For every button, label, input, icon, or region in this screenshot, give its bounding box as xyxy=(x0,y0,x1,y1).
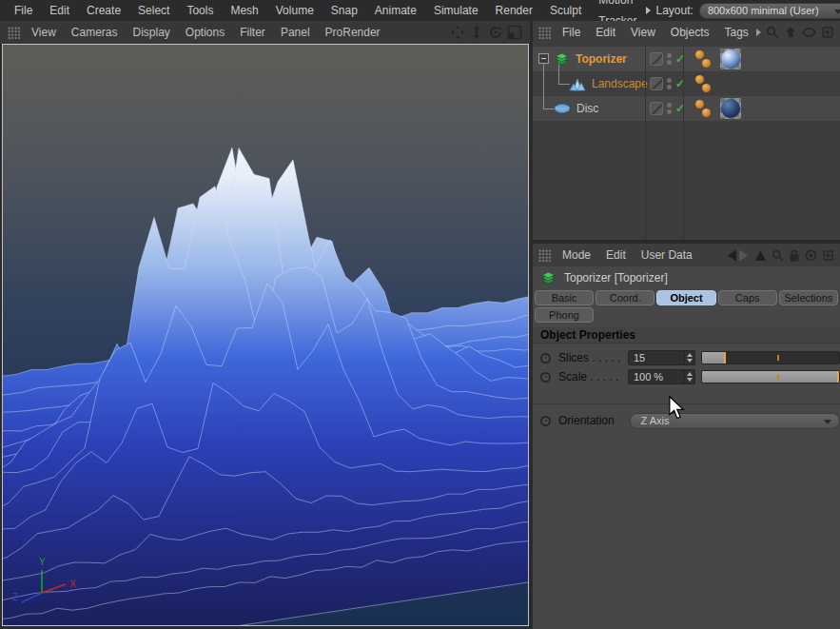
attribute-tabs-row1: Basic Coord. Object Caps Selections xyxy=(535,290,838,305)
slider-handle[interactable] xyxy=(724,352,726,364)
slices-slider[interactable] xyxy=(701,351,840,364)
camera-rotate-icon[interactable] xyxy=(488,25,503,40)
add-panel-icon[interactable] xyxy=(821,26,834,39)
vp-menu-view[interactable]: View xyxy=(24,21,64,44)
om-menu-file[interactable]: File xyxy=(555,21,588,44)
tab-basic[interactable]: Basic xyxy=(535,290,594,305)
smoothing-tag-icon[interactable] xyxy=(695,49,713,69)
attribute-object-title: Toporizer [Toporizer] xyxy=(564,271,668,285)
visibility-dots-icon[interactable] xyxy=(667,103,672,114)
menu-snap[interactable]: Snap xyxy=(322,0,366,21)
menu-create[interactable]: Create xyxy=(78,0,129,21)
am-menu-mode[interactable]: Mode xyxy=(555,244,598,266)
slices-input[interactable]: 15 xyxy=(628,350,695,365)
column-divider[interactable] xyxy=(683,44,684,240)
search-icon[interactable] xyxy=(766,26,779,39)
keyframe-dot-icon[interactable] xyxy=(540,416,551,426)
om-menu-tags[interactable]: Tags xyxy=(717,21,756,44)
target-icon[interactable] xyxy=(805,249,817,262)
am-menu-edit[interactable]: Edit xyxy=(598,244,634,266)
panel-grip-icon[interactable] xyxy=(538,27,551,39)
smoothing-tag-icon[interactable] xyxy=(695,99,713,118)
layer-tag-icon[interactable] xyxy=(650,77,663,90)
menu-render[interactable]: Render xyxy=(487,0,541,21)
menu-edit[interactable]: Edit xyxy=(41,0,78,21)
column-divider[interactable] xyxy=(645,44,646,240)
vp-menu-prorender[interactable]: ProRender xyxy=(318,21,388,44)
keyframe-dot-icon[interactable] xyxy=(540,353,551,364)
path-up-icon[interactable] xyxy=(784,26,797,39)
orientation-dropdown[interactable]: Z Axis xyxy=(630,413,840,429)
panel-grip-icon[interactable] xyxy=(8,27,20,39)
tab-caps[interactable]: Caps xyxy=(718,290,777,305)
viewport-menubar: View Cameras Display Options Filter Pane… xyxy=(0,21,530,44)
camera-pan-icon[interactable] xyxy=(450,25,465,40)
om-menu-objects[interactable]: Objects xyxy=(663,21,717,44)
vp-menu-options[interactable]: Options xyxy=(178,21,232,44)
scale-input[interactable]: 100 % xyxy=(628,369,695,384)
material-tag-dark-blue[interactable] xyxy=(720,98,741,119)
spinner-stepper[interactable] xyxy=(684,370,694,383)
expand-collapse-toggle[interactable] xyxy=(538,53,549,64)
om-menu-view[interactable]: View xyxy=(623,21,663,44)
tab-object[interactable]: Object xyxy=(656,290,715,305)
visibility-dots-icon[interactable] xyxy=(667,78,672,89)
scale-slider[interactable] xyxy=(701,370,840,383)
object-row-disc-tags: ✓ xyxy=(645,96,840,121)
vp-menu-cameras[interactable]: Cameras xyxy=(64,21,126,44)
layout-dropdown-value: 800x600 minimal (User) xyxy=(708,5,819,16)
keyframe-dot-icon[interactable] xyxy=(540,372,551,383)
tab-phong[interactable]: Phong xyxy=(535,307,594,323)
slider-handle[interactable] xyxy=(837,371,839,383)
menu-file[interactable]: File xyxy=(6,0,41,21)
menu-overflow-icon[interactable] xyxy=(756,29,761,36)
layout-dropdown[interactable]: 800x600 minimal (User) xyxy=(699,3,840,19)
vp-menu-panel[interactable]: Panel xyxy=(273,21,318,44)
material-tag-light-blue[interactable] xyxy=(720,49,741,69)
slices-value[interactable]: 15 xyxy=(629,352,684,364)
menu-overflow-icon[interactable] xyxy=(646,7,651,14)
add-panel-icon[interactable] xyxy=(822,249,834,262)
menu-simulate[interactable]: Simulate xyxy=(425,0,487,21)
tab-coord[interactable]: Coord. xyxy=(596,290,654,305)
object-name[interactable]: Toporizer xyxy=(576,52,627,66)
divider xyxy=(533,403,840,404)
om-menu-edit[interactable]: Edit xyxy=(588,21,623,44)
am-menu-userdata[interactable]: User Data xyxy=(634,244,700,266)
object-name[interactable]: Landscape xyxy=(592,77,648,90)
search-icon[interactable] xyxy=(772,249,784,262)
viewport-3d[interactable]: Y X Z xyxy=(2,44,529,626)
orientation-label: Orientation xyxy=(558,414,624,427)
menu-tools[interactable]: Tools xyxy=(178,0,222,21)
eye-icon[interactable] xyxy=(802,28,816,37)
vp-menu-filter[interactable]: Filter xyxy=(232,21,273,44)
layer-tag-icon[interactable] xyxy=(650,52,663,66)
vp-menu-display[interactable]: Display xyxy=(125,21,177,44)
section-object-properties[interactable]: Object Properties xyxy=(533,327,840,344)
menu-select[interactable]: Select xyxy=(129,0,178,21)
smoothing-tag-icon[interactable] xyxy=(695,74,713,93)
menu-mesh[interactable]: Mesh xyxy=(222,0,266,21)
disc-icon[interactable] xyxy=(554,102,571,115)
arrow-up-icon[interactable] xyxy=(754,249,767,262)
object-name[interactable]: Disc xyxy=(576,102,598,115)
property-row-orientation: Orientation Z Axis xyxy=(533,411,840,430)
menu-volume[interactable]: Volume xyxy=(267,0,322,21)
landscape-icon[interactable] xyxy=(569,76,586,91)
menu-animate[interactable]: Animate xyxy=(366,0,425,21)
camera-dolly-icon[interactable] xyxy=(469,25,484,40)
toggle-view-icon[interactable] xyxy=(507,25,522,40)
cinema4d-window: File Edit Create Select Tools Mesh Volum… xyxy=(0,0,840,629)
menu-sculpt[interactable]: Sculpt xyxy=(541,0,590,21)
history-back-forward-icon[interactable] xyxy=(727,249,750,262)
object-manager-menubar: File Edit View Objects Tags xyxy=(533,21,840,44)
scale-value[interactable]: 100 % xyxy=(629,371,684,383)
spinner-stepper[interactable] xyxy=(684,351,694,364)
lock-icon[interactable] xyxy=(789,249,800,262)
object-row-toporizer-tags: ✓ xyxy=(645,47,840,71)
panel-grip-icon[interactable] xyxy=(538,249,551,262)
tab-selections[interactable]: Selections xyxy=(779,290,838,305)
visibility-dots-icon[interactable] xyxy=(667,53,672,65)
layer-tag-icon[interactable] xyxy=(650,102,663,115)
toporizer-generator-icon[interactable] xyxy=(554,51,570,68)
